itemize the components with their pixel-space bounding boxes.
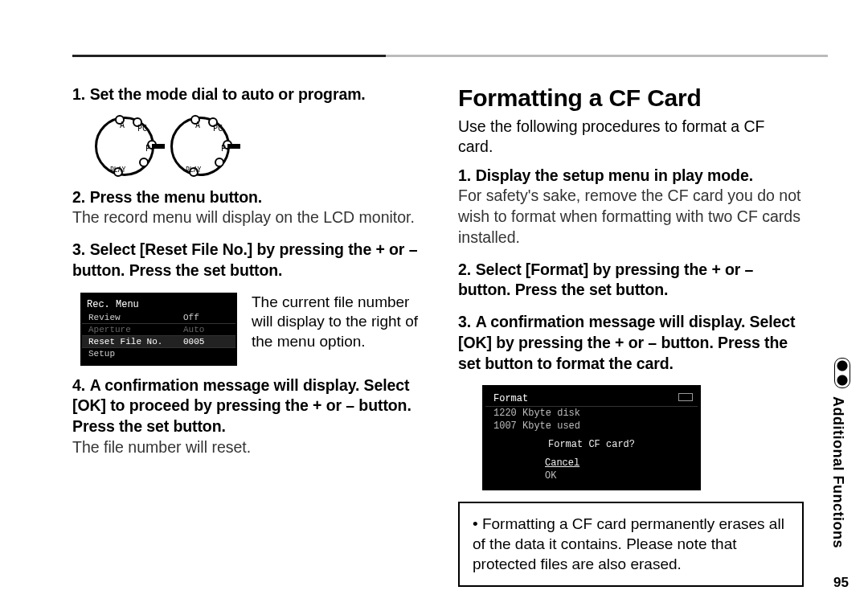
mode-dial-illustration: A PC P PLAY A PC P PLAY (95, 117, 418, 176)
r-step-3: 3. A confirmation message will display. … (458, 312, 804, 374)
lcd-row-reset-file-no: Reset File No.0005 (82, 336, 235, 348)
step-text: Display the setup menu in play mode. (476, 166, 753, 184)
step-number: 3. (72, 240, 85, 258)
dial-label: P (145, 144, 150, 153)
step-text: Set the mode dial to auto or program. (90, 85, 366, 103)
lcd-label: Setup (88, 349, 169, 359)
step-description: The record menu will display on the LCD … (72, 208, 415, 226)
right-column: Formatting a CF Card Use the following p… (458, 84, 804, 587)
lcd-option-ok: OK (542, 469, 590, 482)
step-number: 4. (72, 376, 85, 394)
lcd-option-cancel: Cancel (542, 457, 590, 469)
lcd-format-title-text: Format (493, 393, 528, 404)
step-2: 2. Press the menu button. The record men… (72, 187, 418, 228)
dial-label: PC (213, 124, 223, 133)
page-number: 95 (833, 575, 849, 591)
lcd-prompt: Format CF card? (485, 439, 698, 450)
step-text: A confirmation message will display. Sel… (72, 376, 411, 435)
lcd-label: Reset File No. (88, 337, 169, 346)
step-text: A confirmation message will display. Sel… (458, 313, 795, 371)
step-description: The file number will reset. (72, 438, 251, 456)
section-intro: Use the following procedures to format a… (458, 117, 804, 158)
section-tab-label: Additional Functions (830, 396, 846, 548)
mode-dial-auto: A PC P PLAY (95, 117, 154, 176)
lcd-value: 0005 (183, 337, 204, 346)
lcd-format: Format 1220 Kbyte disk 1007 Kbyte used F… (482, 385, 701, 490)
lcd-label: Review (88, 313, 169, 322)
battery-icon (678, 393, 693, 401)
page-content: 1. Set the mode dial to auto or program.… (72, 84, 828, 587)
step-text: Select [Format] by pressing the + or – b… (458, 260, 753, 299)
step-description: For safety's sake, remove the CF card yo… (458, 187, 800, 245)
dial-label: PLAY (186, 166, 201, 174)
lcd-row-aperture: ApertureAuto (82, 324, 235, 336)
left-column: 1. Set the mode dial to auto or program.… (72, 84, 418, 587)
lcd-title: Rec. Menu (82, 297, 235, 312)
step-number: 2. (72, 188, 85, 206)
lcd-rec-menu-row: Rec. Menu ReviewOff ApertureAuto Reset F… (80, 293, 418, 366)
step-number: 3. (458, 313, 471, 330)
section-tab: Additional Functions (829, 358, 850, 548)
lcd-line-used: 1007 Kbyte used (485, 420, 698, 433)
lcd-value: Auto (183, 325, 204, 334)
dial-label: A (120, 121, 125, 129)
lcd-caption: The current file number will display to … (252, 293, 418, 366)
dial-label: P (221, 144, 226, 153)
mode-dial-program: A PC P PLAY (170, 117, 230, 176)
lcd-label: Aperture (88, 325, 169, 334)
step-4: 4. A confirmation message will display. … (72, 375, 418, 458)
warning-note: • Formatting a CF card permanently erase… (458, 502, 804, 587)
section-heading: Formatting a CF Card (458, 84, 804, 112)
step-text: Press the menu button. (90, 188, 263, 206)
lcd-row-setup: Setup (82, 348, 235, 359)
step-number: 2. (458, 260, 471, 278)
dial-label: A (195, 121, 200, 129)
step-number: 1. (72, 85, 85, 103)
lcd-line-disk: 1220 Kbyte disk (485, 407, 698, 420)
step-text: Select [Reset File No.] by pressing the … (72, 240, 417, 279)
step-1: 1. Set the mode dial to auto or program. (72, 84, 418, 105)
dial-label: PLAY (110, 166, 125, 174)
lcd-row-review: ReviewOff (82, 312, 235, 324)
dial-label: PC (137, 124, 147, 133)
step-3: 3. Select [Reset File No.] by pressing t… (72, 240, 418, 281)
step-number: 1. (458, 166, 471, 184)
lcd-value: Off (183, 313, 199, 322)
r-step-2: 2. Select [Format] by pressing the + or … (458, 260, 804, 301)
header-rule (72, 55, 828, 57)
lcd-format-title: Format (485, 393, 698, 407)
r-step-1: 1. Display the setup menu in play mode. … (458, 166, 804, 248)
lcd-rec-menu: Rec. Menu ReviewOff ApertureAuto Reset F… (80, 293, 237, 366)
